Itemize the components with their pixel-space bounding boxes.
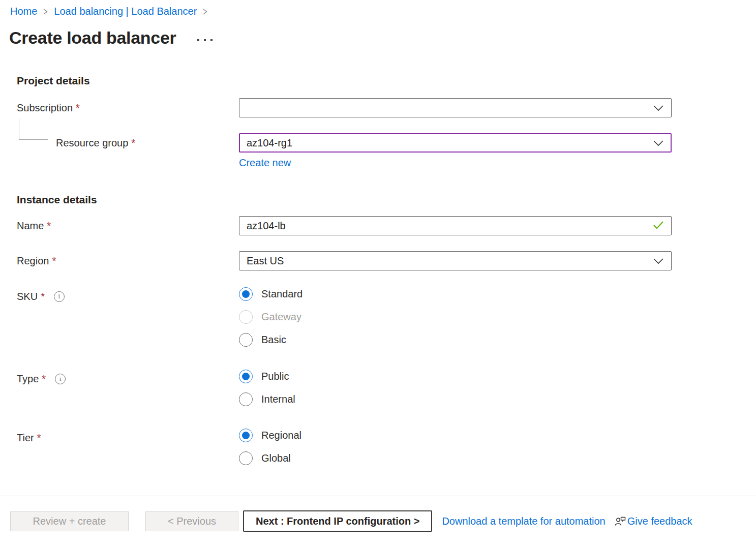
sku-radio-group: Standard Gateway Basic (239, 283, 672, 351)
resource-group-value: az104-rg1 (247, 137, 292, 149)
name-field (239, 216, 672, 235)
required-asterisk: * (42, 373, 46, 385)
required-asterisk: * (52, 255, 56, 267)
sku-label: SKU * i (17, 283, 239, 302)
chevron-right-icon (202, 8, 208, 16)
resource-group-row: Resource group * az104-rg1 Create new (0, 133, 756, 169)
chevron-down-icon (653, 255, 664, 267)
resource-group-dropdown[interactable]: az104-rg1 (239, 133, 672, 153)
radio-button-icon (239, 287, 253, 301)
sku-option-gateway: Gateway (239, 306, 672, 328)
type-radio-group: Public Internal (239, 365, 672, 411)
region-label: Region * (17, 251, 239, 267)
radio-button-icon (239, 429, 253, 442)
region-value: East US (247, 255, 284, 267)
previous-button[interactable]: < Previous (145, 511, 238, 531)
type-label: Type * i (17, 365, 239, 385)
page-title: Create load balancer (9, 28, 176, 48)
sku-row: SKU * i Standard Gateway Basic (0, 283, 756, 351)
footer-action-bar: Review + create < Previous Next : Fronte… (0, 496, 756, 546)
review-create-button[interactable]: Review + create (10, 511, 129, 531)
tier-row: Tier * Regional Global (0, 424, 756, 470)
required-asterisk: * (41, 290, 45, 302)
type-row: Type * i Public Internal (0, 365, 756, 411)
feedback-icon (614, 515, 626, 527)
create-new-link[interactable]: Create new (239, 157, 291, 169)
breadcrumb-home-link[interactable]: Home (10, 6, 37, 17)
type-option-internal[interactable]: Internal (239, 388, 672, 411)
radio-button-icon (239, 333, 253, 347)
download-template-link[interactable]: Download a template for automation (442, 515, 605, 527)
child-field-connector (19, 119, 48, 140)
name-label: Name * (17, 216, 239, 232)
project-details-heading: Project details (17, 74, 756, 87)
radio-button-icon (239, 310, 253, 324)
radio-button-icon (239, 451, 253, 465)
breadcrumb: Home Load balancing | Load Balancer (0, 0, 756, 17)
sku-option-standard[interactable]: Standard (239, 283, 672, 306)
tier-option-global[interactable]: Global (239, 447, 672, 470)
required-asterisk: * (47, 220, 51, 232)
give-feedback-link[interactable]: Give feedback (614, 515, 692, 527)
radio-button-icon (239, 370, 253, 383)
page-header: Create load balancer (9, 28, 756, 48)
tier-label: Tier * (17, 424, 239, 444)
region-row: Region * East US (0, 251, 756, 270)
tier-option-regional[interactable]: Regional (239, 424, 672, 447)
instance-details-heading: Instance details (17, 193, 756, 206)
info-icon[interactable]: i (55, 374, 66, 384)
chevron-down-icon (653, 137, 664, 149)
chevron-down-icon (653, 102, 664, 114)
resource-group-label: Resource group * (17, 133, 239, 149)
sku-option-basic[interactable]: Basic (239, 328, 672, 351)
valid-checkmark-icon (653, 220, 664, 232)
required-asterisk: * (37, 432, 41, 444)
name-row: Name * (0, 216, 756, 235)
subscription-dropdown[interactable] (239, 98, 672, 117)
chevron-right-icon (43, 8, 48, 16)
next-frontend-ip-button[interactable]: Next : Frontend IP configuration > (243, 510, 432, 532)
info-icon[interactable]: i (54, 291, 65, 302)
required-asterisk: * (131, 137, 135, 149)
more-menu-icon[interactable] (197, 39, 213, 41)
subscription-row: Subscription * (0, 98, 756, 117)
breadcrumb-parent-link[interactable]: Load balancing | Load Balancer (54, 6, 197, 17)
subscription-label: Subscription * (17, 98, 239, 114)
type-option-public[interactable]: Public (239, 365, 672, 388)
required-asterisk: * (76, 102, 80, 114)
radio-button-icon (239, 392, 253, 406)
region-dropdown[interactable]: East US (239, 251, 672, 270)
name-input[interactable] (247, 220, 648, 232)
tier-radio-group: Regional Global (239, 424, 672, 470)
